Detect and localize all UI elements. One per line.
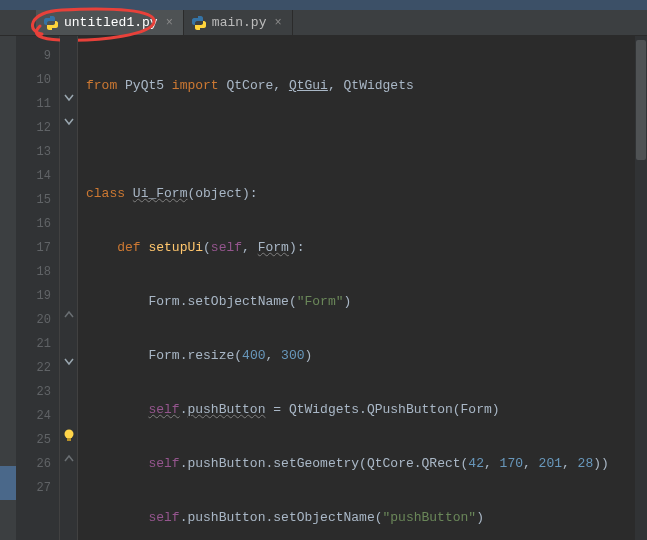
tab-label: main.py	[212, 15, 267, 30]
svg-point-0	[65, 430, 74, 439]
scrollbar-thumb[interactable]	[636, 40, 646, 160]
code-line[interactable]: self.pushButton = QtWidgets.QPushButton(…	[78, 398, 647, 422]
editor-tabs: untitled1.py × main.py ×	[0, 10, 647, 36]
line-number: 12	[16, 116, 59, 140]
fold-end-icon[interactable]	[63, 308, 75, 320]
fold-gutter	[60, 36, 78, 540]
fold-expanded-icon[interactable]	[63, 92, 75, 104]
python-file-icon	[44, 16, 58, 30]
line-number: 13	[16, 140, 59, 164]
structure-tool-marker[interactable]	[0, 466, 16, 500]
tab-label: untitled1.py	[64, 15, 158, 30]
code-area[interactable]: from PyQt5 import QtCore, QtGui, QtWidge…	[78, 36, 647, 540]
code-line[interactable]: self.pushButton.setObjectName("pushButto…	[78, 506, 647, 530]
vertical-scrollbar[interactable]	[635, 36, 647, 540]
line-number: 16	[16, 212, 59, 236]
python-file-icon	[192, 16, 206, 30]
close-icon[interactable]: ×	[164, 17, 175, 29]
code-line[interactable]: class Ui_Form(object):	[78, 182, 647, 206]
line-number: 20	[16, 308, 59, 332]
code-line[interactable]	[78, 128, 647, 152]
line-number: 14	[16, 164, 59, 188]
line-number: 19	[16, 284, 59, 308]
code-line[interactable]: from PyQt5 import QtCore, QtGui, QtWidge…	[78, 74, 647, 98]
svg-rect-1	[67, 438, 71, 441]
close-icon[interactable]: ×	[272, 17, 283, 29]
fold-end-icon	[48, 452, 60, 464]
line-number: 24	[16, 404, 59, 428]
line-number: 15	[16, 188, 59, 212]
intention-bulb-icon[interactable]	[61, 428, 77, 444]
fold-end-icon[interactable]	[63, 452, 75, 464]
line-number: 11	[16, 92, 59, 116]
titlebar-strip	[0, 0, 647, 10]
fold-expanded-icon[interactable]	[63, 356, 75, 368]
line-number: 9	[16, 44, 59, 68]
code-line[interactable]: self.pushButton.setGeometry(QtCore.QRect…	[78, 452, 647, 476]
code-line[interactable]: def setupUi(self, Form):	[78, 236, 647, 260]
line-number-gutter: 9 10 11 12 13 14 15 16 17 18 19 20 21 22…	[16, 36, 60, 540]
fold-expanded-icon[interactable]	[63, 116, 75, 128]
tab-untitled1[interactable]: untitled1.py ×	[36, 10, 184, 35]
editor-area: 9 10 11 12 13 14 15 16 17 18 19 20 21 22…	[0, 36, 647, 540]
left-tool-strip	[0, 36, 16, 540]
line-number: 22	[16, 356, 59, 380]
line-number: 27	[16, 476, 59, 500]
line-number: 25	[16, 428, 59, 452]
line-number: 23	[16, 380, 59, 404]
line-number: 10	[16, 68, 59, 92]
line-number: 21	[16, 332, 59, 356]
tab-main[interactable]: main.py ×	[184, 10, 293, 35]
line-number: 18	[16, 260, 59, 284]
code-line[interactable]: Form.resize(400, 300)	[78, 344, 647, 368]
line-number: 17	[16, 236, 59, 260]
code-line[interactable]: Form.setObjectName("Form")	[78, 290, 647, 314]
